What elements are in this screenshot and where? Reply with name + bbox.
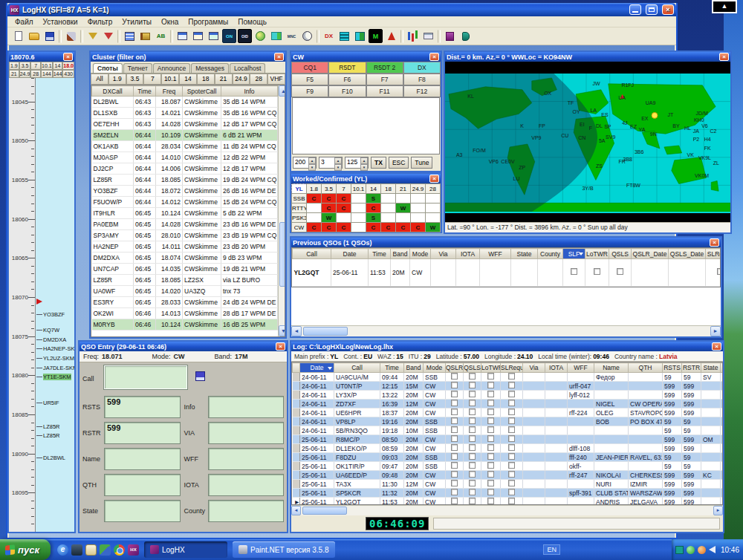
cw-titlebar[interactable]: CW × — [291, 52, 441, 62]
dxcall-cell[interactable]: OK2WI — [92, 308, 134, 319]
dxcall-cell[interactable]: YO3BZF — [92, 186, 134, 197]
name-cell[interactable]: ANDRIS — [594, 498, 629, 506]
spotter-cell[interactable]: CWSkimme — [183, 108, 221, 119]
time-cell[interactable]: 06:45 — [134, 275, 156, 286]
band-status-cell[interactable]: S — [366, 213, 381, 223]
info-cell[interactable]: 24 dB 24 WPM DE — [221, 297, 278, 308]
open-icon[interactable] — [27, 29, 41, 43]
band-filter-button[interactable]: VHF — [267, 74, 285, 85]
checkbox[interactable] — [487, 471, 494, 478]
previous-qsos-titlebar[interactable]: Previous QSOs (1 QSOs) × — [291, 238, 721, 247]
state-cell[interactable] — [701, 489, 721, 498]
band-status-cell[interactable]: C — [337, 223, 351, 232]
slrequest-cell[interactable] — [501, 471, 523, 480]
column-header[interactable]: Time — [369, 249, 391, 259]
date-cell[interactable]: 24-06-11 — [300, 391, 334, 400]
time-cell[interactable]: 06:44 — [134, 152, 156, 163]
world-map[interactable]: KLOXJWR1FJTFOYFPLAESEIFDLSPUAUA9JTEX4JEZ… — [445, 74, 730, 213]
iota-cell[interactable] — [545, 426, 568, 435]
log-row[interactable]: 24-06-11 5B/RN3QO 19:18 10M SSB 59 59 — [293, 426, 724, 435]
iota-cell[interactable] — [545, 435, 568, 444]
name-cell[interactable] — [594, 391, 629, 400]
time-cell[interactable]: 09:03 — [380, 453, 404, 462]
band-status-cell[interactable] — [396, 213, 411, 223]
qsls-date-cell[interactable] — [669, 259, 706, 287]
call-cell[interactable]: SP5KCR — [334, 489, 380, 498]
column-header[interactable]: RSTS — [663, 363, 682, 373]
rstr-cell[interactable]: 59 — [682, 462, 701, 471]
column-header[interactable]: Info — [221, 86, 278, 97]
rstr-cell[interactable]: 599 — [682, 498, 701, 506]
save-icon[interactable] — [42, 29, 56, 43]
county-cell[interactable] — [721, 435, 724, 444]
checkbox[interactable] — [508, 408, 515, 415]
qslr-cell[interactable] — [446, 480, 464, 489]
mode-cell[interactable]: CW — [424, 489, 446, 498]
qth-cell[interactable]: IZMIR — [629, 480, 663, 489]
qsls-cell[interactable] — [464, 400, 481, 408]
close-icon[interactable]: × — [710, 238, 719, 247]
info-cell[interactable]: 6 dB 21 WPM — [221, 130, 278, 141]
call-cell[interactable]: DL1EKO/P — [334, 444, 380, 453]
freq-cell[interactable]: 14.020 — [156, 286, 183, 297]
separator[interactable] — [400, 30, 403, 43]
county-cell[interactable] — [721, 373, 724, 382]
rstr-cell[interactable]: 599 — [682, 480, 701, 489]
column-header[interactable]: SLF — [563, 249, 585, 259]
taskbar-clock[interactable]: 10:46 — [721, 546, 739, 554]
qth-cell[interactable] — [629, 382, 663, 391]
qslr-cell[interactable] — [446, 489, 464, 498]
worked-band-header[interactable]: 7 — [337, 184, 351, 194]
close-icon[interactable]: × — [63, 53, 73, 61]
column-header[interactable]: Band — [391, 249, 410, 259]
volume-icon[interactable] — [709, 546, 716, 553]
dxcall-cell[interactable]: PA0EBM — [92, 219, 134, 230]
logbook-icon[interactable] — [138, 29, 152, 43]
checkbox[interactable] — [487, 444, 494, 451]
spotter-cell[interactable]: CWSkimme — [183, 152, 221, 163]
qth-cell[interactable]: CW OPERA — [629, 400, 663, 408]
lotwr-cell[interactable] — [481, 453, 501, 462]
band-filter-button[interactable]: 3.5 — [126, 74, 144, 85]
state-cell[interactable] — [701, 400, 721, 408]
time-cell[interactable]: 09:44 — [380, 373, 404, 382]
mail-icon[interactable] — [85, 544, 97, 556]
separator[interactable] — [438, 30, 441, 43]
checkbox[interactable] — [487, 400, 494, 406]
band-status-cell[interactable] — [426, 213, 441, 223]
column-header[interactable]: Time — [134, 86, 156, 97]
checkbox[interactable] — [451, 453, 458, 460]
checkbox[interactable] — [508, 471, 515, 478]
state-cell[interactable] — [701, 462, 721, 471]
wff-cell[interactable]: lyff-012 — [568, 391, 594, 400]
checkbox[interactable] — [508, 489, 515, 495]
spotter-cell[interactable]: UA3ZQ — [183, 286, 221, 297]
lotwr-cell[interactable] — [481, 426, 501, 435]
checkbox[interactable] — [487, 382, 494, 388]
spotter-cell[interactable]: CWSkimme — [183, 175, 221, 186]
checkbox[interactable] — [508, 480, 515, 486]
lotwr-cell[interactable] — [481, 480, 501, 489]
state-cell[interactable] — [701, 426, 721, 435]
state-cell[interactable] — [701, 498, 721, 506]
spin-down-icon[interactable]: ▼ — [308, 164, 316, 171]
band-cell[interactable]: 20M — [404, 417, 424, 426]
cluster-spot-row[interactable]: LZ85R 06:45 18.085 LZ2SX via LZ BURO — [92, 275, 278, 286]
time-cell[interactable]: 06:44 — [134, 175, 156, 186]
info-cell[interactable]: 19 dB 24 WPM CQ — [221, 175, 278, 186]
spotter-cell[interactable]: CWSkimme — [183, 119, 221, 130]
wff-cell[interactable] — [568, 435, 594, 444]
band-filter-button[interactable]: All — [91, 74, 108, 85]
dxcall-cell[interactable]: F5UOW/P — [92, 197, 134, 208]
rsts-cell[interactable]: 59 — [663, 462, 682, 471]
slrequest-cell[interactable] — [501, 408, 523, 417]
freq-cell[interactable]: 18.085 — [156, 275, 183, 286]
window-entry-icon[interactable] — [191, 29, 205, 43]
band-cell[interactable]: 20M — [404, 435, 424, 444]
call-cell[interactable]: R8MC/P — [334, 435, 380, 444]
spotter-cell[interactable]: CWSkimme — [183, 197, 221, 208]
rsts-cell[interactable]: 599 — [663, 408, 682, 417]
qsls-cell[interactable] — [464, 373, 481, 382]
lotwr-cell[interactable] — [481, 471, 501, 480]
state-cell[interactable] — [701, 391, 721, 400]
